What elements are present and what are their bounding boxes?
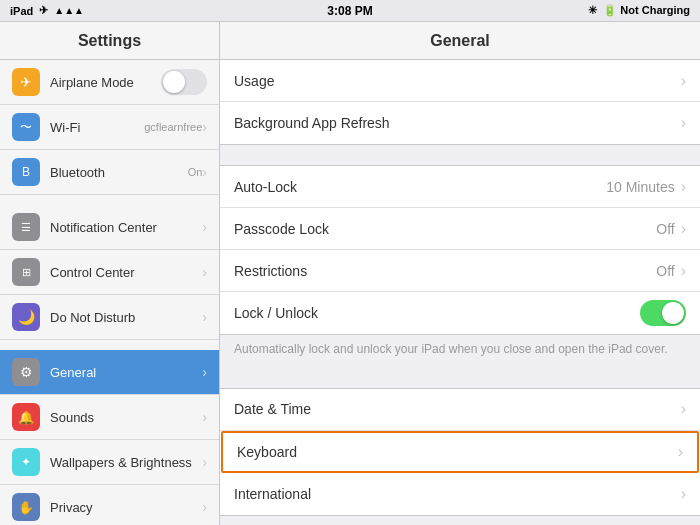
general-icon: ⚙ [12, 358, 40, 386]
sidebar-label-donotdisturb: Do Not Disturb [50, 310, 202, 325]
wifi-status-icon: ✈ [39, 4, 48, 17]
passcode-lock-value: Off [656, 221, 674, 237]
sounds-chevron-icon: › [202, 409, 207, 425]
status-bar: iPad ✈ ▲▲▲ 3:08 PM ✳ 🔋 Not Charging [0, 0, 700, 22]
sidebar: ✈ Airplane Mode 〜 Wi-Fi gcflearnfree › B… [0, 60, 220, 525]
separator-2 [220, 368, 700, 388]
row-keyboard[interactable]: Keyboard › [221, 431, 699, 473]
restrictions-label: Restrictions [234, 263, 656, 279]
background-app-refresh-label: Background App Refresh [234, 115, 681, 131]
bluetooth-chevron-icon: › [202, 164, 207, 180]
separator-3 [220, 516, 700, 525]
content-area: Usage › Background App Refresh › Auto-Lo… [220, 60, 700, 525]
sidebar-item-privacy[interactable]: ✋ Privacy › [0, 485, 219, 525]
header-right-title: General [220, 22, 700, 59]
sidebar-item-bluetooth[interactable]: B Bluetooth On › [0, 150, 219, 195]
lock-unlock-toggle[interactable] [640, 300, 686, 326]
section-lock: Auto-Lock 10 Minutes › Passcode Lock Off… [220, 165, 700, 335]
sounds-icon: 🔔 [12, 403, 40, 431]
sidebar-label-airplane: Airplane Mode [50, 75, 161, 90]
date-time-label: Date & Time [234, 401, 681, 417]
row-lock-unlock[interactable]: Lock / Unlock [220, 292, 700, 334]
wifi-icon: 〜 [12, 113, 40, 141]
keyboard-chevron-icon: › [678, 443, 683, 461]
passcode-chevron-icon: › [681, 220, 686, 238]
sidebar-label-notification: Notification Center [50, 220, 202, 235]
usage-chevron-icon: › [681, 72, 686, 90]
section-datetime: Date & Time › Keyboard › International › [220, 388, 700, 516]
section-usage: Usage › Background App Refresh › [220, 60, 700, 145]
sidebar-item-sounds[interactable]: 🔔 Sounds › [0, 395, 219, 440]
bluetooth-status-value: On [188, 166, 203, 178]
sidebar-label-wallpaper: Wallpapers & Brightness [50, 455, 202, 470]
auto-lock-value: 10 Minutes [606, 179, 674, 195]
sidebar-item-notification[interactable]: ☰ Notification Center › [0, 205, 219, 250]
sidebar-item-donotdisturb[interactable]: 🌙 Do Not Disturb › [0, 295, 219, 340]
sidebar-item-airplane[interactable]: ✈ Airplane Mode [0, 60, 219, 105]
sidebar-item-general[interactable]: ⚙ General › [0, 350, 219, 395]
background-app-chevron-icon: › [681, 114, 686, 132]
status-right: ✳ 🔋 Not Charging [588, 4, 690, 17]
restrictions-chevron-icon: › [681, 262, 686, 280]
separator-1 [220, 145, 700, 165]
privacy-chevron-icon: › [202, 499, 207, 515]
wifi-bars-icon: ▲▲▲ [54, 5, 84, 16]
header-left-title: Settings [0, 22, 220, 59]
status-ipad-label: iPad [10, 5, 33, 17]
sidebar-item-wifi[interactable]: 〜 Wi-Fi gcflearnfree › [0, 105, 219, 150]
keyboard-label: Keyboard [237, 444, 678, 460]
row-background-app-refresh[interactable]: Background App Refresh › [220, 102, 700, 144]
status-time: 3:08 PM [327, 4, 372, 18]
sidebar-label-general: General [50, 365, 202, 380]
main-layout: ✈ Airplane Mode 〜 Wi-Fi gcflearnfree › B… [0, 60, 700, 525]
bluetooth-sidebar-icon: B [12, 158, 40, 186]
date-time-chevron-icon: › [681, 400, 686, 418]
sidebar-label-sounds: Sounds [50, 410, 202, 425]
wallpaper-chevron-icon: › [202, 454, 207, 470]
notification-icon: ☰ [12, 213, 40, 241]
donotdisturb-chevron-icon: › [202, 309, 207, 325]
sidebar-item-wallpaper[interactable]: ✦ Wallpapers & Brightness › [0, 440, 219, 485]
battery-label: 🔋 Not Charging [603, 4, 690, 17]
privacy-icon: ✋ [12, 493, 40, 521]
sidebar-label-privacy: Privacy [50, 500, 202, 515]
airplane-toggle[interactable] [161, 69, 207, 95]
wifi-chevron-icon: › [202, 119, 207, 135]
row-date-time[interactable]: Date & Time › [220, 389, 700, 431]
auto-lock-chevron-icon: › [681, 178, 686, 196]
sidebar-label-control: Control Center [50, 265, 202, 280]
notification-chevron-icon: › [202, 219, 207, 235]
wifi-network-value: gcflearnfree [144, 121, 202, 133]
airplane-icon: ✈ [12, 68, 40, 96]
usage-label: Usage [234, 73, 681, 89]
lock-unlock-note: Automatically lock and unlock your iPad … [220, 335, 700, 368]
passcode-lock-label: Passcode Lock [234, 221, 656, 237]
lock-unlock-label: Lock / Unlock [234, 305, 640, 321]
header: Settings General [0, 22, 700, 60]
general-chevron-icon: › [202, 364, 207, 380]
row-restrictions[interactable]: Restrictions Off › [220, 250, 700, 292]
bluetooth-icon: ✳ [588, 4, 597, 17]
wallpaper-icon: ✦ [12, 448, 40, 476]
control-icon: ⊞ [12, 258, 40, 286]
restrictions-value: Off [656, 263, 674, 279]
sidebar-item-control[interactable]: ⊞ Control Center › [0, 250, 219, 295]
international-chevron-icon: › [681, 485, 686, 503]
row-passcode-lock[interactable]: Passcode Lock Off › [220, 208, 700, 250]
control-chevron-icon: › [202, 264, 207, 280]
international-label: International [234, 486, 681, 502]
row-usage[interactable]: Usage › [220, 60, 700, 102]
row-international[interactable]: International › [220, 473, 700, 515]
auto-lock-label: Auto-Lock [234, 179, 606, 195]
sidebar-label-bluetooth: Bluetooth [50, 165, 184, 180]
status-left: iPad ✈ ▲▲▲ [10, 4, 84, 17]
sidebar-label-wifi: Wi-Fi [50, 120, 140, 135]
row-auto-lock[interactable]: Auto-Lock 10 Minutes › [220, 166, 700, 208]
donotdisturb-icon: 🌙 [12, 303, 40, 331]
